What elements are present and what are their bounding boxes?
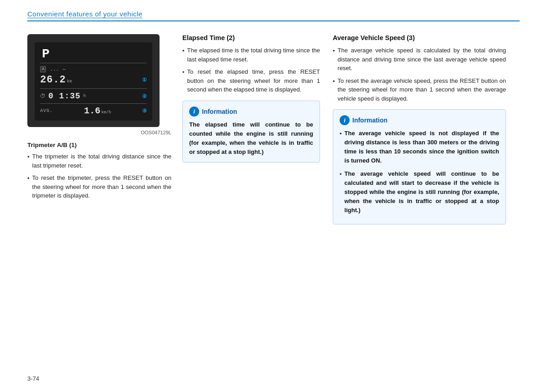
avg-speed-bullet-2: • To reset the average vehicle speed, pr… [333, 76, 506, 103]
avg-speed-bullet-1-text: The average vehicle speed is calculated … [338, 46, 506, 73]
info-icon-elapsed: i [189, 107, 199, 117]
elapsed-info-text: The elapsed time will continue to be cou… [189, 120, 313, 157]
cluster-divider-2 [40, 88, 147, 89]
tripmeter-bullet-2: • To reset the tripmeter, press the RESE… [27, 173, 171, 200]
avg-unit: km/h [101, 110, 111, 115]
odometer-unit: km [67, 79, 72, 84]
avg-speed-bullet-1: • The average vehicle speed is calculate… [333, 46, 506, 73]
cluster-display: P A ... — 26.2 km [35, 42, 152, 121]
elapsed-dot-1: • [182, 46, 185, 64]
circle-2: ② [142, 93, 147, 99]
avg-speed-info-list: • The average vehicle speed is not displ… [340, 129, 499, 215]
avg-speed-info-header: i Information [340, 115, 499, 125]
left-column: P A ... — 26.2 km [27, 34, 182, 204]
cluster-avg-row: AVG. 1.6 km/h ③ [40, 106, 147, 116]
avg-info-bullet-1: • The average vehicle speed is not displ… [340, 129, 499, 166]
cluster-ellipsis: ... [50, 66, 59, 72]
avg-info-bullet-2: • The average vehicle speed will continu… [340, 169, 499, 215]
page-container: Convenient features of your vehicle P A … [0, 0, 547, 392]
odometer-value: 26.2 [40, 74, 66, 86]
elapsed-info-header: i Information [189, 107, 313, 117]
avg-speed-info-box: i Information • The average vehicle spee… [333, 109, 506, 224]
cluster-odometer-row: 26.2 km ① [40, 73, 147, 87]
avg-speed-bullet-2-text: To reset the average vehicle speed, pres… [338, 76, 506, 103]
avg-speed-list: • The average vehicle speed is calculate… [333, 46, 506, 103]
cluster-badge-a: A [40, 66, 46, 72]
elapsed-bullet-1-text: The elapsed time is the total driving ti… [187, 46, 320, 64]
cluster-odometer: 26.2 km [40, 74, 72, 86]
bullet-dot-2: • [27, 174, 30, 200]
cluster-timer: ⏱ 0 1:35 h [40, 92, 86, 101]
cluster-divider-1 [40, 63, 147, 63]
avg-info-dot-1: • [340, 129, 342, 166]
circle-3: ③ [142, 108, 147, 114]
page-header: Convenient features of your vehicle [27, 0, 520, 21]
avg-speed-dot-2: • [333, 77, 335, 103]
elapsed-list: • The elapsed time is the total driving … [182, 46, 320, 94]
avg-info-bullet-1-text: The average vehicle speed is not display… [345, 129, 499, 166]
main-content: P A ... — 26.2 km [27, 34, 520, 231]
elapsed-bullet-1: • The elapsed time is the total driving … [182, 46, 320, 64]
elapsed-dot-2: • [182, 68, 185, 94]
avg-value: 1.6 [84, 106, 100, 116]
cluster-divider-3 [40, 103, 147, 104]
gear-indicator: P [40, 47, 147, 61]
info-icon-avg: i [340, 115, 350, 125]
avg-info-dot-2: • [340, 170, 342, 215]
elapsed-info-title: Information [202, 108, 237, 115]
elapsed-bullet-2: • To reset the elapsed time, press the R… [182, 67, 320, 94]
avg-info-bullet-2-text: The average vehicle speed will continue … [345, 169, 499, 215]
timer-value: 0 1:35 [48, 92, 81, 101]
tripmeter-bullet-1: • The tripmeter is the total driving dis… [27, 152, 171, 170]
avg-speed-info-title: Information [352, 117, 387, 124]
avg-speed-dot-1: • [333, 46, 335, 73]
tripmeter-bullet-2-text: To reset the tripmeter, press the RESET … [32, 173, 171, 200]
right-column: Average Vehicle Speed (3) • The average … [333, 34, 506, 231]
circle-1: ① [142, 77, 147, 83]
instrument-cluster: P A ... — 26.2 km [27, 34, 160, 127]
timer-unit: h [83, 94, 86, 98]
page-title: Convenient features of your vehicle [27, 10, 143, 18]
tripmeter-title: Tripmeter A/B (1) [27, 142, 171, 148]
tripmeter-bullet-1-text: The tripmeter is the total driving dista… [32, 152, 171, 170]
page-number: 3-74 [27, 375, 39, 382]
avg-label: AVG. [40, 108, 53, 113]
cluster-row-a: A ... — [40, 65, 147, 73]
bullet-dot-1: • [27, 153, 30, 170]
cluster-caption: OOS047129L [27, 130, 171, 135]
cluster-car-icon: — [62, 66, 66, 72]
elapsed-info-box: i Information The elapsed time will cont… [182, 101, 320, 163]
elapsed-bullet-2-text: To reset the elapsed time, press the RES… [187, 67, 320, 94]
timer-icon: ⏱ [40, 93, 46, 100]
tripmeter-list: • The tripmeter is the total driving dis… [27, 152, 171, 200]
elapsed-title: Elapsed Time (2) [182, 34, 320, 41]
middle-column: Elapsed Time (2) • The elapsed time is t… [182, 34, 333, 169]
avg-speed-title: Average Vehicle Speed (3) [333, 34, 506, 41]
cluster-a-section: A ... — [40, 66, 66, 72]
cluster-timer-row: ⏱ 0 1:35 h ② [40, 91, 147, 102]
